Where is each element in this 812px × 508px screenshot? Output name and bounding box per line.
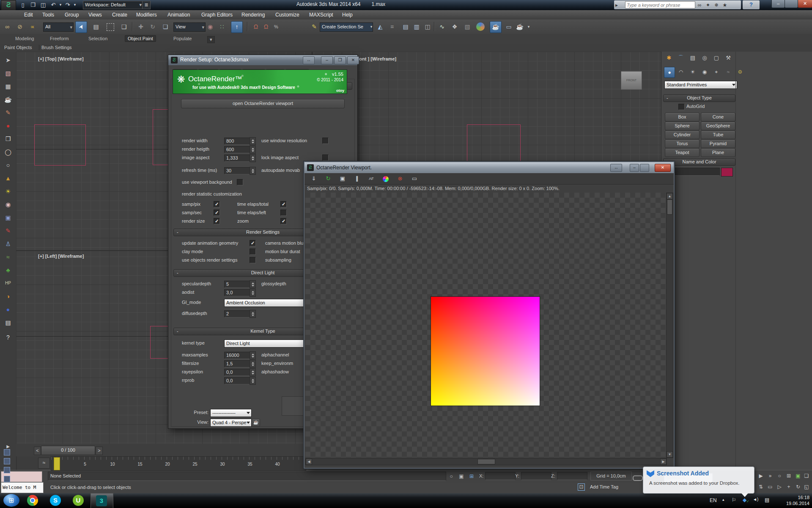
zoom-checkbox[interactable]: ✓ bbox=[280, 218, 287, 224]
aodist-field[interactable]: 3,0 bbox=[224, 289, 250, 296]
spinner[interactable] bbox=[250, 351, 256, 359]
category-cameras-icon[interactable]: ◉ bbox=[700, 67, 710, 77]
category-shapes-icon[interactable]: ◠ bbox=[676, 67, 686, 77]
undo-icon[interactable]: ↶ bbox=[49, 1, 58, 9]
fit-screen-icon[interactable]: ▭ bbox=[409, 174, 420, 183]
left-toolbar-icon[interactable]: ● bbox=[3, 121, 14, 131]
go-to-end-icon[interactable]: » bbox=[766, 472, 774, 480]
render-size-checkbox[interactable]: ✓ bbox=[214, 218, 220, 224]
spinner[interactable] bbox=[250, 280, 256, 288]
volume-icon[interactable]: ◄) bbox=[753, 497, 758, 502]
use-objects-render-settings-checkbox[interactable] bbox=[250, 257, 256, 263]
action-center-flag-icon[interactable]: ⚐ bbox=[732, 497, 736, 503]
left-toolbar-icon[interactable]: ✎ bbox=[3, 108, 14, 118]
horizontal-scrollbar[interactable]: ◀ ▶ bbox=[305, 458, 667, 465]
new-file-icon[interactable]: ▯ bbox=[19, 1, 27, 9]
select-by-name-icon[interactable]: ▤ bbox=[91, 21, 102, 32]
left-toolbar-icon[interactable]: ◉ bbox=[3, 199, 14, 210]
select-and-rotate-icon[interactable]: ↻ bbox=[147, 21, 158, 32]
dropbox-tray-icon[interactable]: ◆ bbox=[743, 497, 746, 503]
selection-set-dropdown-icon[interactable]: ▾ bbox=[369, 21, 374, 32]
render-production-icon[interactable]: ☕ bbox=[514, 21, 525, 32]
spinner[interactable] bbox=[250, 137, 256, 145]
pan-icon[interactable]: + bbox=[785, 483, 793, 491]
reference-coordinate-dropdown[interactable]: View▾ bbox=[173, 22, 206, 32]
update-animation-geometry-checkbox[interactable]: ✓ bbox=[250, 240, 256, 246]
use-window-resolution-checkbox[interactable] bbox=[322, 138, 329, 144]
search-input[interactable] bbox=[625, 1, 695, 8]
left-toolbar-icon[interactable]: ☀ bbox=[3, 186, 14, 196]
image-aspect-field[interactable]: 1,333 bbox=[224, 155, 250, 162]
left-toolbar-icon[interactable]: ▲ bbox=[3, 173, 14, 183]
time-elaps-total-checkbox[interactable]: ✓ bbox=[280, 201, 287, 207]
use-viewport-background-checkbox[interactable] bbox=[237, 179, 243, 185]
primitive-button-plane[interactable]: Plane bbox=[701, 148, 735, 157]
rollout-object-type[interactable]: -Object Type bbox=[663, 94, 735, 102]
tab-create-icon[interactable]: ✱ bbox=[664, 53, 674, 63]
category-helpers-icon[interactable]: ⌖ bbox=[711, 67, 721, 77]
bind-to-space-warp-icon[interactable]: ∝ bbox=[27, 21, 38, 32]
taskbar-3dsmax[interactable]: 3 bbox=[91, 493, 113, 508]
next-frame-button[interactable]: > bbox=[96, 447, 103, 455]
select-and-move-icon[interactable]: ✚ bbox=[135, 21, 146, 32]
select-and-manipulate-icon[interactable]: ∷ bbox=[217, 21, 228, 32]
selection-filter-dropdown[interactable]: All▾ bbox=[43, 22, 74, 32]
maximize-button[interactable]: ❐ bbox=[334, 56, 346, 64]
gi-mode-dropdown[interactable]: Ambient Occlusion bbox=[224, 299, 305, 307]
viewport-label-left[interactable]: [+] [Left] [Wireframe] bbox=[38, 254, 84, 259]
close-button[interactable]: ✕ bbox=[655, 164, 671, 172]
lock-resolution-icon[interactable]: ▣ bbox=[337, 174, 348, 183]
primitive-button-pyramid[interactable]: Pyramid bbox=[701, 139, 735, 148]
samp-pix-checkbox[interactable]: ✓ bbox=[214, 201, 220, 207]
minimize-button[interactable]: – bbox=[771, 0, 785, 8]
menu-rendering[interactable]: Rendering bbox=[241, 12, 265, 18]
menu-edit[interactable]: Edit bbox=[24, 12, 33, 18]
tab-display-icon[interactable]: ▢ bbox=[711, 53, 721, 63]
save-image-icon[interactable]: ⇓ bbox=[309, 174, 319, 183]
rectangular-selection-region-icon[interactable] bbox=[107, 23, 114, 31]
orbit-icon[interactable]: ↻ bbox=[794, 483, 802, 491]
left-toolbar-icon[interactable]: ◯ bbox=[3, 147, 14, 157]
time-slider[interactable]: 0 / 100 bbox=[41, 446, 95, 455]
set-key-icon[interactable] bbox=[633, 475, 643, 481]
taskbar-skype[interactable]: S bbox=[45, 493, 67, 508]
add-time-tag[interactable]: Add Time Tag bbox=[590, 484, 618, 489]
y-coordinate-field[interactable] bbox=[521, 472, 551, 480]
snaps-toggle-icon[interactable]: Ω bbox=[250, 21, 261, 32]
viewcube[interactable]: FRONT bbox=[621, 71, 642, 90]
rendered-frame-window-icon[interactable]: ▭ bbox=[503, 21, 514, 32]
dropbox-notification[interactable]: Screenshot Added A screenshot was added … bbox=[643, 467, 754, 494]
object-color-swatch[interactable] bbox=[721, 168, 733, 177]
diffusedepth-field[interactable]: 2 bbox=[224, 310, 250, 318]
left-toolbar-icon[interactable]: ▤ bbox=[3, 318, 14, 328]
render-setup-titlebar[interactable]: Ƨ Render Setup: Octane3dsmax ↔ – ❐ ✕ bbox=[168, 55, 357, 65]
category-lights-icon[interactable]: ☀ bbox=[688, 67, 698, 77]
communication-center-icon[interactable]: ✵ bbox=[712, 1, 721, 9]
primitive-button-geosphere[interactable]: GeoSphere bbox=[701, 121, 735, 130]
menu-tools[interactable]: Tools bbox=[42, 12, 54, 18]
save-file-icon[interactable]: ◫ bbox=[39, 1, 47, 9]
scene-object-wireframe[interactable] bbox=[467, 124, 521, 162]
kernel-type-dropdown[interactable]: Direct Light bbox=[224, 340, 305, 348]
menu-group[interactable]: Group bbox=[65, 12, 79, 18]
ribbon-tab-freeform[interactable]: Freeform bbox=[50, 36, 69, 41]
scene-explorer-icon[interactable]: ◫ bbox=[422, 21, 433, 32]
selection-lock-icon[interactable]: ▣ bbox=[458, 472, 465, 480]
stop-render-icon[interactable]: ⊗ bbox=[395, 174, 405, 183]
time-elaps-left-checkbox[interactable] bbox=[280, 210, 287, 216]
tab-motion-icon[interactable]: ◎ bbox=[700, 53, 710, 63]
angle-snap-icon[interactable]: Ω bbox=[261, 21, 272, 32]
truck-icon[interactable]: ▷ bbox=[776, 483, 783, 491]
tab-modify-icon[interactable]: ⌒ bbox=[676, 53, 686, 63]
left-toolbar-icon[interactable]: ▧ bbox=[3, 68, 14, 78]
render-teapot-button[interactable]: ☕ bbox=[252, 419, 260, 427]
spinner[interactable] bbox=[250, 146, 256, 154]
left-toolbar-icon[interactable]: ▦ bbox=[3, 81, 14, 91]
pause-render-icon[interactable]: ∥ bbox=[352, 174, 362, 183]
left-toolbar-icon[interactable]: ♣ bbox=[3, 265, 14, 275]
render-dropdown-icon[interactable]: ▾ bbox=[526, 21, 531, 32]
zoom-region-icon[interactable]: ❏ bbox=[803, 472, 810, 480]
rollout-name-and-color[interactable]: -Name and Color bbox=[663, 158, 735, 166]
zoom-extents-icon[interactable]: ▣ bbox=[794, 472, 802, 480]
left-toolbar-icon[interactable]: ◑ bbox=[3, 291, 14, 301]
